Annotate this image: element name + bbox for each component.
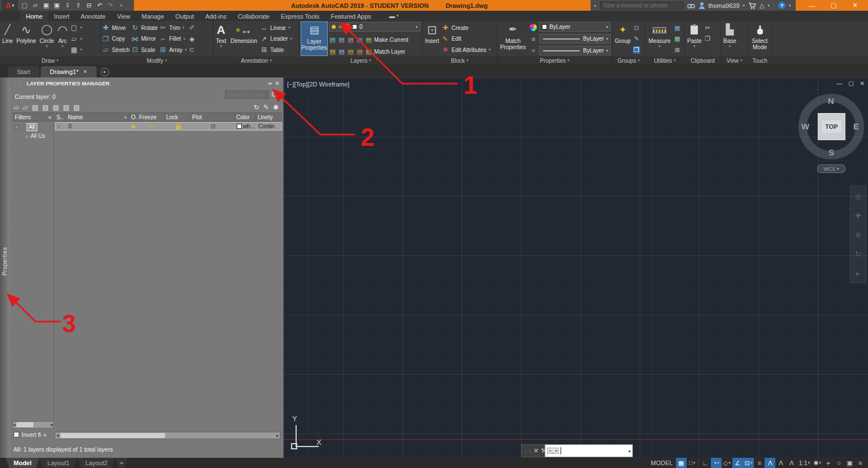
keyword-search-input[interactable] <box>600 2 684 10</box>
ellipse-tool[interactable]: ▱▾ <box>70 34 83 44</box>
match-properties-button[interactable]: ✒Match Properties <box>498 21 528 56</box>
close-command-icon[interactable]: ✕ <box>533 447 539 454</box>
copy-clip-tool[interactable]: ❐ <box>704 34 711 44</box>
search-binoculars-icon[interactable] <box>687 2 695 9</box>
scroll-right-icon[interactable]: ▸ <box>276 433 279 438</box>
layer-thaw-icon[interactable]: ▤ <box>338 48 345 55</box>
undo-icon[interactable]: ↶ <box>96 1 104 10</box>
object-snap-tracking-toggle[interactable]: ∠ <box>732 458 743 468</box>
column-color[interactable]: Color <box>235 113 256 121</box>
layer-unisolate-icon[interactable]: ▤ <box>329 48 336 55</box>
command-input[interactable]: >_▾ ▴ <box>545 444 633 457</box>
tab-annotate[interactable]: Annotate <box>75 11 111 21</box>
filter-tree-all[interactable]: ✔ All <box>15 123 37 131</box>
auto-hide-pin-icon[interactable]: ⇥ <box>267 80 271 86</box>
lineweight-dropdown[interactable]: ByLayer▾ <box>539 34 611 44</box>
tab-manage[interactable]: Manage <box>136 11 170 21</box>
scrollbar-thumb[interactable] <box>60 433 165 438</box>
polar-tracking-toggle[interactable]: ◔▾ <box>711 458 722 468</box>
array-tool[interactable]: ⊞Array▾ <box>159 45 186 55</box>
cut-tool[interactable]: ✂ <box>704 23 711 33</box>
plot-icon[interactable]: ⊟ <box>85 1 93 10</box>
layer-plot-icon[interactable]: ⊟ <box>191 123 235 130</box>
arrow-right-icon[interactable]: ▸ <box>594 3 597 8</box>
layer-off-icon[interactable]: ▤ <box>329 36 336 44</box>
viewcube-north[interactable]: N <box>828 96 834 106</box>
scrollbar-thumb[interactable] <box>16 422 33 427</box>
explode-tool[interactable]: ◈ <box>188 34 196 44</box>
layer-walk-icon[interactable]: ▤ <box>356 48 363 55</box>
layer-isolate-icon[interactable]: ▤ <box>338 36 345 44</box>
customization-menu-icon[interactable]: ≡ <box>855 458 866 468</box>
column-linetype[interactable]: Linety <box>256 113 282 121</box>
table-tool[interactable]: ⊞Table <box>260 45 292 55</box>
open-file-icon[interactable]: ▱ <box>31 1 40 10</box>
open-from-web-icon[interactable]: ⇩ <box>63 1 72 10</box>
save-to-web-icon[interactable]: ⇧ <box>74 1 83 10</box>
layer-properties-button[interactable]: ▤Layer Properties <box>301 21 328 56</box>
mirror-tool[interactable]: ⋈Mirror <box>131 34 158 44</box>
scale-tool[interactable]: ⊡Scale <box>131 45 158 55</box>
isodraft-toggle[interactable]: ◇▾ <box>722 458 732 468</box>
orbit-icon[interactable]: ↻ <box>855 250 861 258</box>
leader-tool[interactable]: ↗Leader▾ <box>260 34 292 44</box>
lineweight-toggle[interactable]: ≡ <box>754 458 765 468</box>
settings-gear-icon[interactable]: ✱ <box>273 104 279 111</box>
group-button[interactable]: ✦Group <box>614 21 632 56</box>
tab-view[interactable]: View <box>111 11 136 21</box>
panel-label-block[interactable]: Block▾ <box>423 57 497 64</box>
new-layer-frozen-icon[interactable]: ▤ <box>53 104 59 111</box>
crosshair-icon[interactable]: + <box>823 458 834 468</box>
layer-freeze-icon[interactable]: ☀ <box>138 123 165 130</box>
new-drawing-button[interactable]: + <box>101 68 109 76</box>
quick-select-tool[interactable]: ▦ <box>674 23 681 33</box>
properties-palette-tab[interactable]: Properties <box>2 247 8 276</box>
layer-states-icon[interactable]: ▤ <box>32 104 38 111</box>
recent-commands-icon[interactable]: ▴ <box>628 448 631 453</box>
layer-name[interactable]: 0 <box>67 123 130 130</box>
workspace-gear-icon[interactable]: ✱▾ <box>811 458 823 468</box>
viewport-controls-label[interactable]: [−][Top][2D Wireframe] <box>287 81 349 88</box>
filter-all-label[interactable]: All <box>27 123 37 131</box>
pan-icon[interactable]: ✚ <box>855 211 861 220</box>
panel-label-view[interactable]: View▾ <box>721 57 748 64</box>
tab-featured-apps[interactable]: Featured Apps <box>325 11 377 21</box>
match-layer-button[interactable]: Match Layer <box>374 49 405 55</box>
fillet-tool[interactable]: ⌐Fillet▾ <box>159 34 186 44</box>
panel-label-groups[interactable]: Groups▾ <box>613 57 645 64</box>
invert-filter-checkbox[interactable] <box>14 432 19 437</box>
new-property-filter-icon[interactable]: ▱ <box>14 104 19 111</box>
scroll-left-icon[interactable]: ◂ <box>13 422 15 427</box>
base-button[interactable]: ▙Base▾ <box>722 21 737 56</box>
new-layout-button[interactable]: + <box>115 458 128 468</box>
viewcube-east[interactable]: E <box>853 122 859 131</box>
panel-label-modify[interactable]: Modify▾ <box>101 57 213 64</box>
quick-calc-tool[interactable]: ▦ <box>674 34 681 44</box>
qat-customize-icon[interactable]: ▾ <box>117 1 125 10</box>
layer-lock-icon[interactable]: ▤ <box>356 36 363 44</box>
maximize-button[interactable]: ▢ <box>823 2 844 9</box>
delete-layer-icon[interactable]: ▤ <box>63 104 70 111</box>
command-prompt-icon[interactable]: >_▾ <box>547 448 559 454</box>
tab-layout2[interactable]: Layout2 <box>77 458 115 468</box>
grid-toggle[interactable]: ▦ <box>676 458 687 468</box>
isolate-objects-icon[interactable]: ○ <box>834 458 844 468</box>
rotate-tool[interactable]: ↻Rotate <box>131 23 158 33</box>
panel-label-annotation[interactable]: Annotation▾ <box>214 57 299 64</box>
minimize-button[interactable]: — <box>801 2 823 9</box>
grip-icon[interactable]: ⋮⋮ <box>12 80 23 86</box>
stretch-tool[interactable]: ▱Stretch <box>102 45 130 55</box>
tab-insert[interactable]: Insert <box>48 11 75 21</box>
edit-block-tool[interactable]: ✎Edit <box>441 34 491 44</box>
drag-grip-icon[interactable]: ⋮⋮ <box>523 448 531 454</box>
palette-title-bar[interactable]: ⋮⋮ LAYER PROPERTIES MANAGER ⇥ ✕ <box>12 79 280 88</box>
signin-person-icon[interactable] <box>698 2 705 9</box>
help-icon[interactable]: ? <box>778 2 785 9</box>
layer-color-cell[interactable]: wh... <box>235 123 257 130</box>
text-button[interactable]: AText▾ <box>215 21 227 56</box>
clean-screen-icon[interactable]: ▣ <box>844 458 855 468</box>
viewport-restore-icon[interactable]: ▢ <box>848 80 853 86</box>
invert-filter-control[interactable]: Invert fi « <box>14 431 46 438</box>
column-customize-icon[interactable]: ✎ <box>263 104 269 111</box>
viewcube-top-face[interactable]: TOP <box>818 113 845 140</box>
